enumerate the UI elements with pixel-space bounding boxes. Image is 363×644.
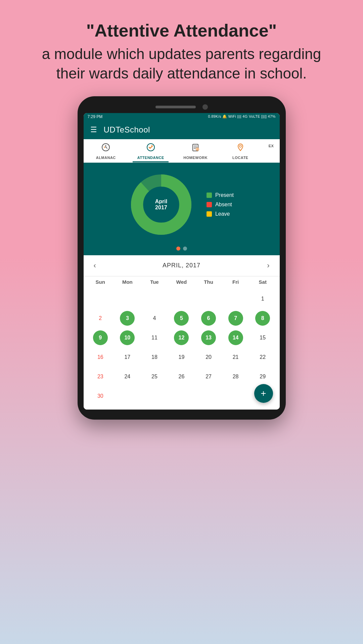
day-4[interactable]: 4: [141, 309, 168, 328]
day-24[interactable]: 24: [114, 367, 141, 386]
calendar-section: ‹ APRIL, 2017 › Sun Mon Tue Wed Thu Fri …: [84, 255, 280, 410]
status-time: 7:29 PM: [88, 114, 103, 119]
header-tue: Tue: [141, 276, 168, 287]
phone-notch: [84, 102, 280, 113]
homework-label: HOMEWORK: [183, 156, 208, 160]
phone-frame: 7:29 PM 0.89K/s 🔔 WiFi |||| 4G VoLTE [||…: [78, 96, 286, 420]
tab-locate[interactable]: LOCATE: [218, 139, 263, 162]
calendar-header-row: Sun Mon Tue Wed Thu Fri Sat: [87, 276, 276, 287]
almanac-icon: [101, 143, 110, 154]
day-17[interactable]: 17: [114, 348, 141, 367]
calendar-row-4: 16 17 18 19 20 21 22: [87, 348, 276, 367]
svg-point-9: [239, 145, 241, 147]
almanac-label: ALMANAC: [96, 156, 116, 160]
status-icons: 0.89K/s 🔔 WiFi |||| 4G VoLTE [|||] 47%: [208, 114, 275, 119]
calendar-month-title: APRIL, 2017: [163, 262, 200, 269]
day-empty: [168, 387, 195, 406]
day-28[interactable]: 28: [222, 367, 249, 386]
calendar-row-6: 30: [87, 387, 276, 406]
calendar-row-1: 1: [87, 289, 276, 308]
extra-label: EX: [269, 144, 274, 148]
day-empty: [114, 289, 141, 308]
prev-month-button[interactable]: ‹: [90, 260, 99, 271]
day-2[interactable]: 2: [87, 309, 114, 328]
absent-label: Absent: [215, 202, 232, 208]
donut-center-text: April 2017: [155, 199, 167, 211]
legend-absent: Absent: [207, 202, 234, 208]
leave-dot: [207, 211, 212, 217]
tab-extra[interactable]: EX: [263, 139, 280, 162]
day-empty: [195, 289, 222, 308]
day-12[interactable]: 12: [168, 328, 195, 347]
day-7[interactable]: 7: [222, 309, 249, 328]
day-10[interactable]: 10: [114, 328, 141, 347]
fab-button[interactable]: +: [254, 384, 273, 403]
day-26[interactable]: 26: [168, 367, 195, 386]
day-23[interactable]: 23: [87, 367, 114, 386]
header-fri: Fri: [222, 276, 249, 287]
day-15[interactable]: 15: [249, 328, 276, 347]
day-22[interactable]: 22: [249, 348, 276, 367]
header-mon: Mon: [114, 276, 141, 287]
legend-present: Present: [207, 192, 234, 198]
day-18[interactable]: 18: [141, 348, 168, 367]
day-empty: [141, 289, 168, 308]
day-empty: [222, 387, 249, 406]
header-sun: Sun: [87, 276, 114, 287]
calendar-nav: ‹ APRIL, 2017 ›: [84, 255, 280, 276]
chart-legend: Present Absent Leave: [207, 192, 234, 217]
calendar-row-3: 9 10 11 12 13 14 15: [87, 328, 276, 347]
day-19[interactable]: 19: [168, 348, 195, 367]
tab-almanac[interactable]: ALMANAC: [84, 139, 129, 162]
day-29[interactable]: 29: [249, 367, 276, 386]
locate-icon: [236, 143, 245, 154]
day-8[interactable]: 8: [249, 309, 276, 328]
day-empty: [222, 289, 249, 308]
next-month-button[interactable]: ›: [264, 260, 273, 271]
day-21[interactable]: 21: [222, 348, 249, 367]
attendance-label: ATTENDANCE: [137, 156, 164, 160]
tab-attendance[interactable]: ATTENDANCE: [128, 139, 173, 162]
tab-bar: ALMANAC ATTENDANCE: [84, 139, 280, 163]
donut-section: April 2017 Present Absent Leave: [84, 163, 280, 243]
header-thu: Thu: [195, 276, 222, 287]
day-16[interactable]: 16: [87, 348, 114, 367]
day-20[interactable]: 20: [195, 348, 222, 367]
present-label: Present: [215, 192, 234, 198]
header-sat: Sat: [249, 276, 276, 287]
donut-year: 2017: [155, 205, 167, 211]
hamburger-menu-icon[interactable]: ☰: [90, 126, 97, 133]
app-header: ☰ UDTeSchool: [84, 120, 280, 139]
phone-camera: [202, 104, 208, 110]
tab-homework[interactable]: HOMEWORK: [173, 139, 218, 162]
carousel-dot-0[interactable]: [176, 247, 180, 251]
day-empty: [195, 387, 222, 406]
day-27[interactable]: 27: [195, 367, 222, 386]
carousel-dots: [84, 243, 280, 255]
calendar-container: ‹ APRIL, 2017 › Sun Mon Tue Wed Thu Fri …: [84, 255, 280, 410]
day-3[interactable]: 3: [114, 309, 141, 328]
day-11[interactable]: 11: [141, 328, 168, 347]
legend-leave: Leave: [207, 211, 234, 217]
day-9[interactable]: 9: [87, 328, 114, 347]
promo-subtitle: a module which updates parents regarding…: [27, 44, 336, 83]
day-5[interactable]: 5: [168, 309, 195, 328]
absent-dot: [207, 202, 212, 207]
header-wed: Wed: [168, 276, 195, 287]
leave-label: Leave: [215, 211, 230, 217]
donut-chart: April 2017: [129, 173, 193, 236]
day-6[interactable]: 6: [195, 309, 222, 328]
attendance-icon: [146, 143, 155, 154]
calendar-row-2: 2 3 4 5 6 7 8: [87, 309, 276, 328]
day-30[interactable]: 30: [87, 387, 114, 406]
carousel-dot-1[interactable]: [183, 247, 187, 251]
phone-screen: 7:29 PM 0.89K/s 🔔 WiFi |||| 4G VoLTE [||…: [84, 113, 280, 410]
day-1[interactable]: 1: [249, 289, 276, 308]
day-13[interactable]: 13: [195, 328, 222, 347]
promo-section: "Attentive Attendance" a module which up…: [0, 0, 363, 96]
calendar-row-5: 23 24 25 26 27 28 29: [87, 367, 276, 386]
day-25[interactable]: 25: [141, 367, 168, 386]
homework-icon: [191, 143, 200, 154]
day-14[interactable]: 14: [222, 328, 249, 347]
promo-title: "Attentive Attendance": [27, 20, 336, 41]
